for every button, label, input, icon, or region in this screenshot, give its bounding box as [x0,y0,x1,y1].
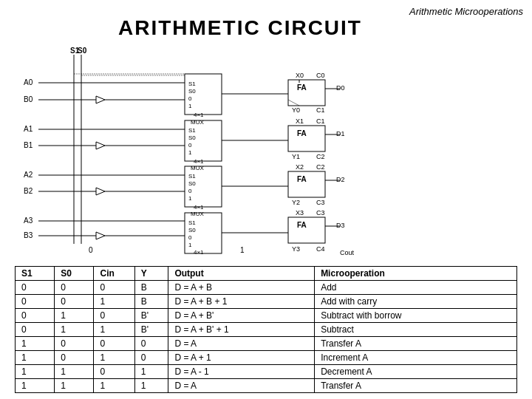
table-cell: Transfer A [315,337,517,351]
table-cell: Subtract with borrow [315,309,517,323]
table-cell: D = A - 1 [168,365,315,379]
truth-table-container: S1 S0 Cin Y Output Microoperation 000BD … [15,266,517,393]
svg-text:A3: A3 [24,216,33,225]
table-cell: 0 [16,309,55,323]
svg-text:FA: FA [297,129,307,137]
svg-text:0: 0 [188,142,192,149]
table-cell: Decrement A [315,365,517,379]
table-cell: 1 [16,365,55,379]
table-cell: Add with carry [315,295,517,309]
svg-text:C2: C2 [316,163,325,171]
svg-text:MUX: MUX [191,211,204,217]
svg-text:C3: C3 [316,199,325,206]
header-output: Output [168,267,315,281]
table-cell: 0 [94,281,134,295]
table-row: 1111D = ATransfer A [16,379,517,393]
svg-text:1: 1 [188,103,192,109]
table-row: 000BD = A + BAdd [16,281,517,295]
table-cell: 1 [94,323,134,337]
svg-text:D1: D1 [336,130,345,137]
table-cell: D = A + 1 [168,351,315,365]
svg-text:Y1: Y1 [292,153,300,160]
header-y: Y [134,267,168,281]
svg-text:A2: A2 [24,171,33,179]
svg-marker-8 [96,96,105,103]
table-cell: D = A + B [168,281,315,295]
table-row: 1000D = ATransfer A [16,337,517,351]
svg-text:A1: A1 [24,125,33,133]
table-cell: 1 [94,351,134,365]
table-cell: 1 [55,309,94,323]
svg-text:S0: S0 [78,47,87,55]
svg-text:C2: C2 [316,153,325,160]
table-cell: 1 [16,379,55,393]
svg-text:FA: FA [297,221,307,229]
svg-marker-78 [96,232,105,239]
table-cell: 0 [55,351,94,365]
svg-text:D2: D2 [336,176,345,183]
svg-text:X1: X1 [296,117,304,125]
header-microoperation: Microoperation [315,267,517,281]
svg-text:S0: S0 [188,227,196,233]
table-cell: 1 [55,379,94,393]
table-cell: 0 [94,337,134,351]
table-cell: D = A [168,337,315,351]
table-cell: 1 [16,351,55,365]
svg-text:B2: B2 [24,187,33,195]
svg-text:0: 0 [89,246,93,254]
table-cell: B [134,295,168,309]
svg-text:S1: S1 [188,81,196,87]
svg-text:MUX: MUX [191,165,204,171]
table-cell: 1 [55,323,94,337]
table-row: 001BD = A + B + 1Add with carry [16,295,517,309]
table-cell: B' [134,323,168,337]
table-cell: D = A + B' [168,309,315,323]
table-cell: D = A + B' + 1 [168,323,315,337]
svg-text:Y0: Y0 [292,106,300,114]
svg-text:X2: X2 [296,163,304,171]
svg-text:C3: C3 [316,209,325,216]
circuit-title: ARITHMETIC CIRCUIT [118,16,362,40]
svg-text:S1: S1 [188,219,196,226]
svg-text:C0: C0 [316,72,325,79]
svg-text:S1: S1 [188,127,196,134]
svg-text:4×1: 4×1 [194,158,204,165]
svg-text:1: 1 [240,246,245,254]
table-cell: 1 [134,365,168,379]
svg-text:0: 0 [188,188,192,194]
svg-text:4×1: 4×1 [194,112,204,118]
svg-text:D3: D3 [336,222,345,229]
svg-text:1: 1 [188,149,192,156]
svg-text:FA: FA [297,175,307,183]
svg-text:FA: FA [297,83,307,92]
svg-text:Cout: Cout [340,249,355,256]
table-cell: 0 [55,295,94,309]
table-cell: 0 [16,323,55,337]
svg-marker-56 [96,188,105,195]
table-cell: Transfer A [315,379,517,393]
svg-text:S0: S0 [188,88,196,95]
table-row: 010B'D = A + B'Subtract with borrow [16,309,517,323]
circuit-diagram: S1 S0 A0 B0 S1 S0 0 1 4×1 MUX FA X0 C0 [22,44,510,259]
table-cell: 0 [55,337,94,351]
svg-text:0: 0 [188,234,192,241]
svg-rect-20 [288,80,325,106]
truth-table: S1 S0 Cin Y Output Microoperation 000BD … [15,266,517,393]
svg-text:Y2: Y2 [292,199,300,206]
table-cell: Add [315,281,517,295]
table-row: 011B'D = A + B' + 1Subtract [16,323,517,337]
table-row: 1010D = A + 1Increment A [16,351,517,365]
svg-rect-44 [288,126,325,151]
table-cell: Subtract [315,323,517,337]
table-cell: 0 [134,337,168,351]
table-cell: 1 [16,337,55,351]
svg-text:A0: A0 [24,78,33,86]
table-cell: 0 [55,281,94,295]
header-s0: S0 [55,267,94,281]
svg-text:C1: C1 [316,117,325,125]
table-cell: D = A + B + 1 [168,295,315,309]
table-cell: 0 [134,351,168,365]
svg-line-29 [288,100,299,106]
table-cell: 1 [94,295,134,309]
table-cell: 1 [134,379,168,393]
